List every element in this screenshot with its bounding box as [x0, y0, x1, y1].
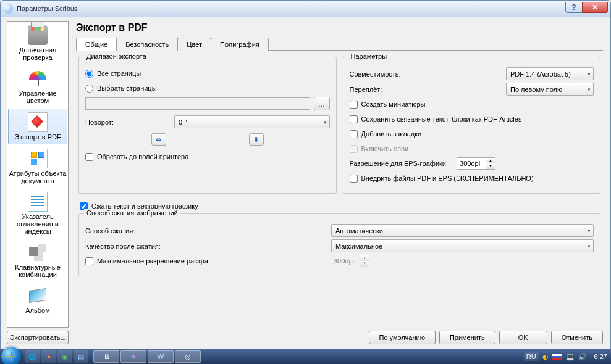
tab-security[interactable]: Безопасность — [116, 38, 178, 51]
checkbox-label: Внедрить файлы PDF и EPS (ЭКСПЕРИМЕНТАЛЬ… — [361, 175, 534, 182]
tab-general[interactable]: Общие — [76, 38, 117, 51]
group-parameters: Параметры Совместимость: PDF 1.4 (Acroba… — [343, 57, 601, 194]
tray-icon[interactable]: ◐ — [542, 353, 549, 361]
taskbar-pin-ie[interactable]: 🌐 — [25, 350, 40, 363]
tray-network-icon[interactable]: 💻 — [566, 353, 575, 361]
combo-value: PDF 1.4 (Acrobat 5) — [510, 70, 571, 78]
taskbar: 🌐 ● ◉ ▤ 🖥 ❖ W ◎ RU ◐ 💻 🔊 6:27 — [0, 349, 611, 364]
radio-all-pages[interactable] — [85, 70, 93, 78]
taskbar-running-word[interactable]: W — [148, 350, 174, 363]
spin-value[interactable] — [457, 158, 486, 169]
tab-color[interactable]: Цвет — [177, 38, 211, 51]
sidebar-item-label: Альбом — [9, 307, 67, 314]
checkbox-thumbnails[interactable] — [350, 101, 358, 109]
quality-combo[interactable]: Максимальное — [331, 239, 594, 252]
eps-res-label: Разрешение для EPS-графики: — [350, 160, 449, 167]
group-legend: Параметры — [348, 52, 390, 60]
binding-combo[interactable]: По левому полю — [506, 83, 594, 96]
compat-combo[interactable]: PDF 1.4 (Acrobat 5) — [506, 67, 594, 80]
maxres-spinbox: ▲▼ — [331, 255, 369, 267]
sidebar-item-attributes[interactable]: Атрибуты объекта документа — [7, 145, 68, 188]
radio-select-pages[interactable] — [85, 85, 93, 93]
system-tray: RU ◐ 💻 🔊 6:27 — [524, 352, 607, 361]
checkbox-label: Включить слои — [361, 145, 409, 152]
checkbox-bookmarks[interactable] — [350, 130, 358, 138]
language-indicator[interactable]: RU — [524, 352, 539, 361]
sidebar-item-scrapbook[interactable]: Альбом — [7, 282, 68, 318]
sidebar-item-pdfexport[interactable]: Экспорт в PDF — [8, 109, 67, 144]
keyboard-icon — [28, 242, 48, 262]
main-panel: Экспорт в PDF Общие Безопасность Цвет По… — [69, 17, 610, 349]
taskbar-pin-firefox[interactable]: ● — [41, 350, 56, 363]
flag-icon[interactable] — [552, 354, 562, 360]
mirror-horizontal-button[interactable]: ⇔ — [151, 133, 166, 146]
checkbox-embed[interactable] — [350, 175, 358, 183]
checkbox-label: Сохранить связанные текст. блоки как PDF… — [361, 115, 522, 123]
checkbox-label: Создать миниатюры — [361, 101, 426, 108]
combo-value: 0 ° — [179, 118, 187, 126]
sidebar-item-shortcuts[interactable]: Клавиатурные комбинации — [7, 239, 68, 282]
tab-prepress[interactable]: Полиграфия — [211, 38, 269, 51]
taskbar-running-scribus[interactable]: ◎ — [175, 350, 201, 363]
group-legend: Способ сжатия изображений — [84, 209, 180, 217]
group-legend: Диапазон экспорта — [84, 52, 149, 60]
sidebar-item-label: Клавиатурные комбинации — [9, 263, 67, 278]
defaults-button[interactable]: По умолчанию — [369, 331, 436, 344]
checkbox-label: Добавить закладки — [361, 130, 422, 138]
group-export-range: Диапазон экспорта Все страницы Выбрать с… — [78, 57, 337, 194]
checkbox-layers — [350, 145, 358, 153]
checkbox-maxres[interactable] — [85, 257, 93, 265]
binding-label: Переплёт: — [350, 86, 418, 93]
sidebar-item-label: Управление цветом — [9, 89, 67, 104]
pages-input[interactable] — [85, 97, 310, 110]
sidebar-item-label: Экспорт в PDF — [9, 133, 66, 141]
close-button[interactable]: ✕ — [582, 2, 608, 13]
sidebar-item-preflight[interactable]: Допечатная проверка — [7, 22, 68, 65]
printer-icon — [28, 25, 48, 45]
tabs: Общие Безопасность Цвет Полиграфия — [76, 37, 603, 51]
eps-res-spinbox[interactable]: ▲▼ — [457, 157, 495, 170]
taskbar-pin-app2[interactable]: ▤ — [74, 350, 88, 363]
window-title: Параметры Scribus — [17, 5, 77, 12]
sidebar-item-toc[interactable]: Указатель оглавления и индексы — [7, 188, 68, 239]
radio-label: Выбрать страницы — [97, 85, 157, 92]
page-title: Экспорт в PDF — [76, 22, 603, 33]
help-button[interactable]: ? — [565, 2, 583, 13]
maxres-label: Максимальное разрешение растра: — [97, 257, 326, 265]
sidebar: Допечатная проверка Управление цветом Эк… — [7, 21, 69, 328]
combo-value: Автоматически — [335, 227, 383, 234]
mirror-vertical-button[interactable]: ⇕ — [249, 133, 264, 146]
ok-button[interactable]: OK — [499, 331, 547, 344]
taskbar-running-1[interactable]: 🖥 — [93, 350, 119, 363]
spin-buttons[interactable]: ▲▼ — [486, 158, 495, 169]
spin-value — [331, 255, 360, 267]
taskbar-pin-app1[interactable]: ◉ — [57, 350, 72, 363]
export-button[interactable]: Экспортировать... — [7, 331, 69, 344]
taskbar-running-2[interactable]: ❖ — [120, 350, 146, 363]
radio-label: Все страницы — [97, 70, 141, 77]
checkbox-label: Обрезать до полей принтера — [97, 153, 188, 160]
checkbox-crop[interactable] — [85, 153, 93, 161]
combo-value: Максимальное — [335, 242, 382, 250]
checkbox-articles[interactable] — [350, 115, 358, 123]
index-icon — [28, 192, 48, 212]
cancel-button[interactable]: Отменить — [551, 331, 603, 344]
tray-volume-icon[interactable]: 🔊 — [578, 353, 587, 361]
clock[interactable]: 6:27 — [594, 353, 607, 360]
btn-rest: о умолчанию — [384, 334, 424, 341]
pdf-icon — [28, 112, 48, 132]
method-combo[interactable]: Автоматически — [331, 224, 594, 237]
attributes-icon — [28, 149, 48, 168]
spin-buttons: ▲▼ — [360, 255, 369, 267]
sidebar-item-label: Допечатная проверка — [9, 46, 67, 61]
umbrella-icon — [28, 68, 48, 88]
sidebar-item-colormgmt[interactable]: Управление цветом — [7, 65, 68, 108]
apply-button[interactable]: Применить — [439, 331, 495, 344]
browse-pages-button[interactable]: ... — [314, 97, 330, 110]
titlebar: Параметры Scribus ? ✕ — [0, 0, 611, 17]
rotation-label: Поворот: — [85, 118, 169, 126]
start-button[interactable] — [1, 347, 21, 364]
quality-label: Качество после сжатия: — [85, 242, 326, 250]
compat-label: Совместимость: — [350, 70, 418, 78]
rotation-combo[interactable]: 0 ° — [174, 115, 330, 128]
